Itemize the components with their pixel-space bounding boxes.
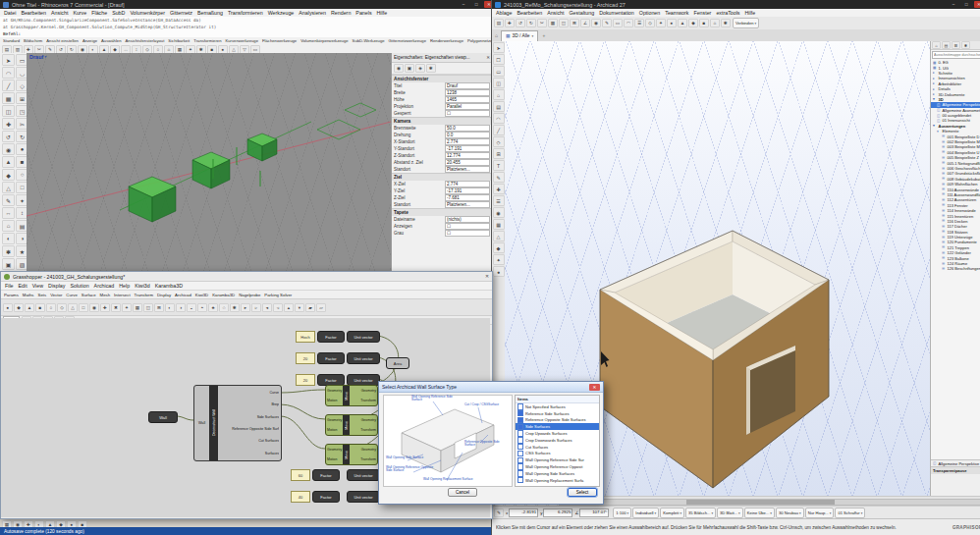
archicad-tool-icon[interactable]: ☰ [634,19,644,27]
property-value-field[interactable]: Platzieren... [445,201,490,209]
gh-wall-param-node[interactable]: Wall [148,411,178,423]
rhino-toolbar-tab[interactable]: SubD-Werkzeuge [353,38,385,43]
archicad-menu-item[interactable]: Dokumentation [599,10,634,16]
surface-type-item[interactable]: Wall Opening Side Surfaces [516,470,599,477]
archicad-draw-tool-icon[interactable]: ✦ [493,254,505,265]
rhino-toolbar-tab[interactable]: Bildschirm [24,38,42,43]
archicad-tool-icon[interactable]: ✎ [602,19,612,27]
rhino-menu-item[interactable]: Panels [355,10,371,16]
checkbox-icon[interactable] [517,403,524,410]
grasshopper-component-icon[interactable]: ▾ [295,303,304,312]
grasshopper-tab[interactable]: Parking Solver [264,293,292,297]
pencil-icon[interactable]: ✎ [494,508,504,517]
scrollbar-thumb[interactable] [686,500,835,505]
grasshopper-component-icon[interactable]: ☆ [219,303,229,312]
coordinate-field[interactable]: x -2.8191 [506,508,538,517]
rhino-sidebar-tool-icon[interactable]: ◫ [2,105,15,117]
gh-panel-node[interactable]: Hoch [296,331,315,343]
rhino-sidebar-tool-icon[interactable]: ◐ [2,233,15,244]
nav-tree-item[interactable]: ◫ Allgemeine Axonometrie [931,108,980,113]
grasshopper-tab[interactable]: Mesh [100,293,111,297]
archicad-draw-tool-icon[interactable]: ▦ [493,219,505,230]
grasshopper-tab[interactable]: Transform [135,293,153,297]
archicad-menu-item[interactable]: Ablage [496,10,513,16]
property-value-field[interactable]: Platzieren... [445,166,490,174]
archicad-draw-tool-icon[interactable]: ◆ [493,242,505,253]
rhino-sidebar-tool-icon[interactable]: ▲ [2,156,15,168]
rhino-toolbar-tab[interactable]: Ansichtsfensterlayout [126,38,165,43]
grasshopper-component-icon[interactable]: ★ [208,303,218,312]
archicad-draw-tool-icon[interactable]: ◠ [493,113,505,124]
surface-type-item[interactable]: Crop Downwards Surfaces [516,437,599,444]
rhino-sidebar-tool-icon[interactable]: ◆ [2,169,15,181]
rhino-sidebar-tool-icon[interactable]: ▣ [2,258,15,270]
checkbox-icon[interactable] [517,424,524,431]
archicad-tool-icon[interactable]: ⌂ [710,19,720,27]
grasshopper-menu-item[interactable]: Karamba3D [155,283,183,289]
grasshopper-tab[interactable]: Karamba3D [212,293,235,297]
rhino-menu-item[interactable]: Analysieren [299,10,326,16]
coordinate-field[interactable]: y 6.2925 [540,508,572,517]
rhino-menu-item[interactable]: Bemaßung [197,10,223,16]
gh-factor-node[interactable]: Factor [317,352,345,364]
checkbox-icon[interactable] [517,417,524,424]
rhino-menu-item[interactable]: Bearbeiten [21,10,46,16]
rhino-viewport[interactable]: Drauf ▾ [27,53,391,280]
gh-output-label[interactable]: Curve [220,391,279,395]
grasshopper-component-icon[interactable]: ○ [46,303,56,312]
checkbox-icon[interactable] [517,477,524,484]
archicad-tool-icon[interactable]: ◆ [688,19,698,27]
grasshopper-component-icon[interactable]: ⊞ [154,303,164,312]
grasshopper-menu-item[interactable]: Edit [19,283,27,289]
rhino-toolbar-tab[interactable]: Volumenkörperwerkzeuge [300,38,348,43]
rhino-sidebar-tool-icon[interactable]: ╱ [2,80,15,91]
archicad-draw-tool-icon[interactable]: ⌂ [493,89,505,100]
archicad-tool-icon[interactable]: ■ [699,19,709,27]
grasshopper-tab[interactable]: Curve [66,293,77,297]
connect-dropdown[interactable]: Verbinden [733,18,759,28]
grasshopper-component-icon[interactable]: ● [3,303,13,312]
archicad-tool-icon[interactable]: ▤ [494,19,504,27]
rhino-toolbar-tab[interactable]: Transformieren [193,38,221,43]
grasshopper-tab[interactable]: Intersect [114,293,130,297]
coordinate-field[interactable]: ∠ 107.07° [574,508,609,517]
archicad-menu-item[interactable]: extraTools [716,10,739,16]
grasshopper-component-icon[interactable]: ▰ [305,303,315,312]
archicad-menu-item[interactable]: Fenster [693,10,711,16]
rhino-menu-item[interactable]: Transformieren [228,10,263,16]
quick-option-dropdown[interactable]: 3D Blatt... [717,508,743,518]
quick-option-dropdown[interactable]: Komplett [660,508,684,518]
checkbox-icon[interactable] [517,463,524,470]
grasshopper-tab[interactable]: Kiwi3D [195,293,208,297]
gh-output-label[interactable]: Transform [360,399,376,402]
grasshopper-component-icon[interactable]: □ [79,303,88,312]
rhino-menu-item[interactable]: Hilfe [377,10,388,16]
current-view-row[interactable]: ◫ Allgemeine Perspektive [931,460,980,466]
checkbox-icon[interactable] [517,457,524,464]
grasshopper-component-icon[interactable]: ✱ [230,303,240,312]
navigator-header-icon[interactable]: ▤ [942,41,951,49]
rhino-sidebar-tool-icon[interactable]: ▦ [2,92,15,104]
checkbox-icon[interactable] [517,470,524,477]
nav-tree-item[interactable]: ◫ Allgemeine Perspektive [931,102,980,107]
archicad-draw-tool-icon[interactable]: ✎ [493,172,505,183]
close-icon[interactable]: ✕ [589,384,600,391]
gh-output-label[interactable]: Geometry [360,389,376,393]
grasshopper-component-icon[interactable]: ▹ [251,303,261,312]
grasshopper-menu-item[interactable]: File [5,283,14,289]
grasshopper-component-icon[interactable]: ▸ [241,303,250,312]
archicad-tool-icon[interactable]: ✂ [537,19,547,27]
archicad-tool-icon[interactable]: ◇ [645,19,655,27]
coordinate-value[interactable]: 6.2925 [543,508,572,517]
rhino-menu-item[interactable]: Ansicht [51,10,68,16]
rhino-toolbar-tab[interactable]: Auswählen [101,38,122,43]
gh-output-label[interactable]: Transform [360,457,376,461]
archicad-tool-icon[interactable]: ✱ [721,19,731,27]
surface-type-item[interactable]: Side Surfaces [516,423,599,430]
rhino-sidebar-tool-icon[interactable]: ✚ [2,118,15,130]
rhino-sidebar-tool-icon[interactable]: ✱ [2,245,15,257]
quick-option-dropdown[interactable]: Individuell [632,508,659,518]
grasshopper-component-icon[interactable]: ▱ [316,303,326,312]
archicad-tool-icon[interactable]: ▭ [613,19,623,27]
archicad-titlebar[interactable]: 241003_RefMo_Schalungserstellung - Archi… [492,0,980,9]
